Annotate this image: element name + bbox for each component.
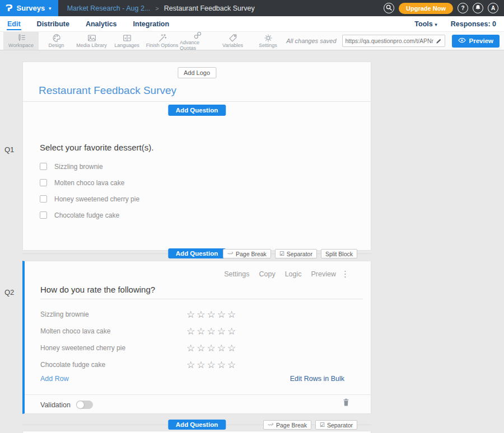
- q1-option-label[interactable]: Molten choco lava cake: [54, 179, 124, 187]
- nav-right: Tools ▾ Responses: 0: [414, 20, 496, 28]
- toolbar-item-label: Media Library: [76, 43, 107, 48]
- help-icon: ?: [461, 5, 464, 11]
- q2-tool-logic[interactable]: Logic: [285, 270, 302, 278]
- validation-label: Validation: [40, 401, 71, 409]
- share-url-value: https://qa.questionpro.com/t/APNrFZgS: [346, 37, 433, 44]
- checkbox[interactable]: [40, 179, 47, 186]
- q2-row-label[interactable]: Honey sweetened cherry pie: [40, 344, 186, 352]
- toolbar-item-settings[interactable]: Settings: [250, 32, 286, 50]
- share-url-field[interactable]: https://qa.questionpro.com/t/APNrFZgS: [342, 35, 445, 47]
- variables-icon: [228, 34, 238, 43]
- star-rating[interactable]: ☆☆☆☆☆: [186, 310, 237, 319]
- q2-question-text[interactable]: How do you rate the following?: [40, 285, 155, 294]
- star-rating[interactable]: ☆☆☆☆☆: [186, 343, 237, 353]
- toolbar-item-label: Advance Quotas: [180, 40, 215, 51]
- chevron-down-icon: ▾: [49, 6, 52, 11]
- add-row-link[interactable]: Add Row: [40, 375, 69, 383]
- q2-tool-preview[interactable]: Preview: [311, 270, 336, 278]
- notifications-button[interactable]: [473, 3, 483, 13]
- survey-canvas: Q1 Q2 Add Logo Restaurant Feedback Surve…: [0, 50, 504, 433]
- add-logo-button[interactable]: Add Logo: [178, 67, 216, 78]
- validation-row: Validation: [40, 401, 93, 409]
- help-button[interactable]: ?: [458, 3, 468, 13]
- q1-option-row: Sizzling brownie: [40, 158, 139, 175]
- toolbar-item-advance-quotas[interactable]: Advance Quotas: [180, 32, 215, 50]
- advance-quotas-icon: [193, 31, 203, 40]
- star-rating[interactable]: ☆☆☆☆☆: [186, 327, 237, 336]
- section-nav: EditDistributeAnalyticsIntegration Tools…: [0, 16, 504, 31]
- add-question-button[interactable]: Add Question: [168, 248, 226, 258]
- edit-url-icon[interactable]: [436, 38, 442, 44]
- tools-menu[interactable]: Tools ▾: [414, 20, 437, 28]
- breadcrumb-folder[interactable]: Market Research - Aug 2...: [67, 4, 151, 12]
- q2-tool-settings[interactable]: Settings: [224, 270, 249, 278]
- q1-option-row: Honey sweetened cherry pie: [40, 191, 139, 207]
- toggle-knob: [77, 401, 84, 408]
- q1-options: Sizzling brownieMolten choco lava cakeHo…: [40, 158, 139, 223]
- q2-rating-row: Molten choco lava cake☆☆☆☆☆: [40, 323, 363, 340]
- split-block-button-label: Split Block: [325, 251, 353, 257]
- survey-title[interactable]: Restaurant Feedback Survey: [39, 84, 176, 97]
- toolbar-item-label: Languages: [114, 43, 139, 48]
- separator-icon: ☑: [320, 422, 325, 428]
- upgrade-button[interactable]: Upgrade Now: [399, 3, 453, 14]
- page-break-button[interactable]: Page Break: [263, 420, 311, 430]
- block-actions-row-2: Add Question Page Break☑Separator: [22, 420, 371, 430]
- checkbox[interactable]: [40, 195, 47, 203]
- account-button[interactable]: A: [488, 3, 498, 13]
- delete-question-button[interactable]: [343, 398, 349, 408]
- separator-button[interactable]: ☑Separator: [275, 249, 317, 258]
- q2-row-label[interactable]: Molten choco lava cake: [40, 327, 186, 335]
- tab-analytics[interactable]: Analytics: [85, 19, 118, 29]
- search-button[interactable]: [384, 3, 394, 13]
- trash-icon: [343, 398, 349, 408]
- separator-button-label: Separator: [287, 251, 312, 257]
- toolbar-item-label: Variables: [222, 43, 243, 48]
- q1-option-label[interactable]: Honey sweetened cherry pie: [54, 195, 139, 203]
- q2-row-label[interactable]: Sizzling brownie: [40, 310, 186, 318]
- toolbar-item-media-library[interactable]: Media Library: [74, 32, 109, 50]
- q1-option-row: Chocolate fudge cake: [40, 207, 139, 223]
- add-question-button[interactable]: Add Question: [168, 105, 226, 116]
- tab-integration[interactable]: Integration: [133, 19, 170, 29]
- save-status: All changes saved: [286, 37, 336, 44]
- topbar-actions: Upgrade Now ? A: [384, 0, 504, 16]
- languages-icon: aA: [122, 34, 132, 43]
- toolbar-item-design[interactable]: Design: [39, 32, 74, 50]
- toolbar-item-languages[interactable]: aALanguages: [109, 32, 144, 50]
- add-question-button[interactable]: Add Question: [168, 420, 226, 430]
- q2-block-selected[interactable]: SettingsCopyLogicPreview ⋮ How do you ra…: [22, 261, 371, 414]
- eye-icon: [458, 37, 466, 44]
- q2-row-label[interactable]: Chocolate fudge cake: [40, 361, 186, 369]
- toolbar-item-label: Finish Options: [146, 43, 179, 48]
- responses-count[interactable]: Responses: 0: [451, 20, 496, 28]
- separator-button[interactable]: ☑Separator: [315, 420, 357, 430]
- edit-rows-bulk-link[interactable]: Edit Rows in Bulk: [290, 375, 344, 383]
- star-rating[interactable]: ☆☆☆☆☆: [186, 360, 237, 370]
- more-options-icon[interactable]: ⋮: [341, 269, 349, 279]
- checkbox[interactable]: [40, 163, 47, 170]
- q1-question-text[interactable]: Select your favorite dessert(s).: [40, 143, 153, 152]
- toolbar-item-finish-options[interactable]: Finish Options: [144, 32, 180, 50]
- toolbar-item-variables[interactable]: Variables: [215, 32, 250, 50]
- q1-option-label[interactable]: Chocolate fudge cake: [54, 211, 119, 219]
- toolbar-item-label: Design: [48, 43, 64, 48]
- workspace-icon: [16, 34, 26, 43]
- tab-edit[interactable]: Edit: [7, 19, 21, 29]
- tab-distribute[interactable]: Distribute: [36, 19, 70, 29]
- preview-button[interactable]: Preview: [452, 35, 500, 48]
- page-break-button[interactable]: Page Break: [223, 249, 271, 258]
- toolbar-item-workspace[interactable]: Workspace: [3, 32, 39, 50]
- finish-options-icon: [157, 34, 167, 43]
- q1-option-label[interactable]: Sizzling brownie: [54, 163, 103, 171]
- q2-toolbar: SettingsCopyLogicPreview: [224, 270, 336, 278]
- validation-toggle[interactable]: [76, 401, 93, 409]
- split-block-button[interactable]: Split Block: [321, 249, 357, 258]
- separator-button-label: Separator: [327, 422, 353, 429]
- svg-text:A: A: [128, 36, 130, 40]
- breadcrumb: Market Research - Aug 2... > Restaurant …: [67, 0, 255, 16]
- questionpro-logo-icon: Ɂ: [6, 4, 13, 13]
- product-menu[interactable]: Ɂ Surveys ▾: [0, 0, 58, 16]
- q2-tool-copy[interactable]: Copy: [259, 270, 275, 278]
- checkbox[interactable]: [40, 211, 47, 219]
